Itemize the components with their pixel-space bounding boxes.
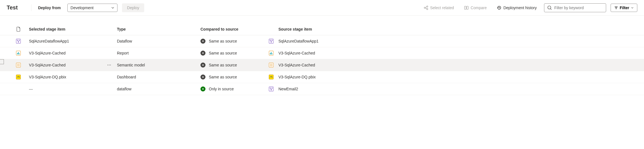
item-type: dataflow (117, 87, 200, 91)
table-row[interactable]: V3-SqlAzure-CachedReportSame as sourceV3… (0, 47, 644, 59)
col-compared-header: Compared to source (200, 27, 267, 31)
item-name: V3-SqlAzure-Cached··· (22, 63, 117, 67)
deploy-from-label: Deploy from (38, 6, 61, 10)
compare-button[interactable]: Compare (461, 4, 489, 12)
comparison-status: Same as source (209, 63, 237, 67)
item-type: Report (117, 51, 200, 55)
search-icon (547, 5, 552, 10)
dashboard-icon (16, 74, 21, 80)
history-icon (497, 5, 502, 10)
plus-icon (200, 86, 205, 91)
report-icon (269, 51, 274, 56)
select-related-label: Select related (430, 6, 454, 10)
deploy-from-value: Development (70, 6, 94, 10)
search-box[interactable] (544, 3, 606, 12)
chevron-down-icon (631, 6, 634, 9)
select-related-button[interactable]: Select related (421, 4, 457, 12)
filter-label: Filter (620, 6, 629, 10)
comparison-status: Same as source (209, 51, 237, 55)
table-row[interactable]: —dataflowOnly in sourceNewEmail2 (0, 83, 644, 95)
item-name: V3-SqlAzure-Cached (22, 51, 117, 55)
equal-icon (200, 39, 205, 44)
file-icon (16, 27, 21, 32)
equal-icon (200, 74, 205, 80)
table-row[interactable]: SqlAzureDataflowApp1DataflowSame as sour… (0, 35, 644, 47)
chevron-down-icon (111, 6, 114, 9)
row-checkbox[interactable] (0, 59, 4, 64)
related-icon (423, 5, 428, 10)
table-row[interactable]: V3-SqlAzure-DQ.pbixDashboardSame as sour… (0, 71, 644, 83)
item-type: Dataflow (117, 39, 200, 43)
source-item-name: V3-SqlAzure-Cached (275, 51, 315, 55)
compare-icon (464, 5, 469, 10)
deployment-history-label: Deployment history (503, 6, 537, 10)
dataflow-icon (269, 39, 274, 44)
compare-label: Compare (471, 6, 487, 10)
item-name: SqlAzureDataflowApp1 (22, 39, 117, 43)
item-name: — (22, 87, 117, 91)
report-icon (16, 51, 21, 56)
filter-icon (614, 6, 618, 10)
comparison-status: Same as source (209, 75, 237, 79)
comparison-status: Same as source (209, 39, 237, 43)
toolbar: Test Deploy from Development Deploy Sele… (0, 0, 644, 16)
equal-icon (200, 51, 205, 56)
stage-title: Test (7, 4, 18, 11)
source-item-name: SqlAzureDataflowApp1 (275, 39, 319, 43)
deployment-history-button[interactable]: Deployment history (494, 4, 540, 12)
col-selected-header: Selected stage item (22, 27, 117, 31)
item-type: Semantic model (117, 63, 200, 67)
col-type-header: Type (117, 27, 200, 31)
table-header: Selected stage item Type Compared to sou… (0, 22, 644, 35)
item-name: V3-SqlAzure-DQ.pbix (22, 75, 117, 79)
divider (31, 4, 31, 11)
dataset-icon (16, 63, 21, 68)
item-type: Dashboard (117, 75, 200, 79)
more-options-button[interactable]: ··· (107, 63, 111, 67)
equal-icon (200, 63, 205, 68)
filter-button[interactable]: Filter (611, 4, 637, 12)
dataset-icon (269, 63, 274, 68)
search-input[interactable] (554, 6, 603, 10)
source-item-name: V3-SqlAzure-DQ.pbix (275, 75, 316, 79)
comparison-status: Only in source (209, 87, 234, 91)
deploy-from-dropdown[interactable]: Development (67, 4, 117, 12)
dataflow-icon (16, 39, 21, 44)
dataflow-icon (269, 86, 274, 91)
source-item-name: NewEmail2 (275, 87, 298, 91)
comparison-table: Selected stage item Type Compared to sou… (0, 22, 644, 95)
table-row[interactable]: V3-SqlAzure-Cached···Semantic modelSame … (0, 59, 644, 71)
deploy-button[interactable]: Deploy (122, 3, 144, 12)
source-item-name: V3-SqlAzure-Cached (275, 63, 315, 67)
dashboard-icon (269, 74, 274, 80)
col-source-header: Source stage item (275, 27, 312, 31)
